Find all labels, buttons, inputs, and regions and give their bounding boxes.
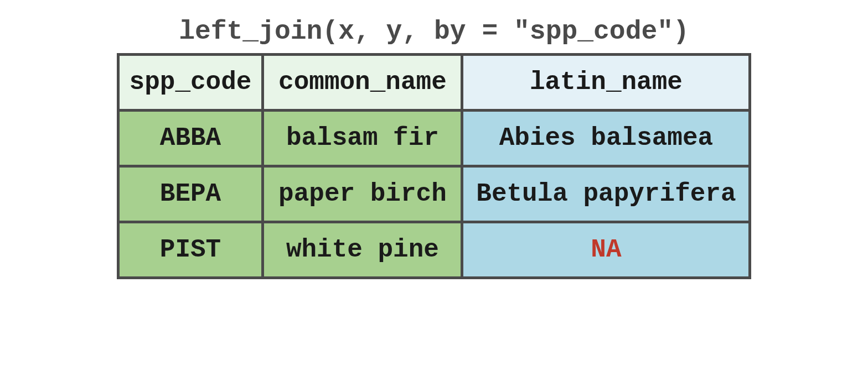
table-row: BEPA paper birch Betula papyrifera: [118, 166, 750, 222]
header-latin-name: latin_name: [462, 55, 750, 111]
header-common-name: common_name: [263, 55, 462, 111]
cell-spp-code: PIST: [118, 222, 263, 278]
table-header-row: spp_code common_name latin_name: [118, 55, 750, 111]
cell-latin-name: Abies balsamea: [462, 111, 750, 166]
header-spp-code: spp_code: [118, 55, 263, 111]
table-row: ABBA balsam fir Abies balsamea: [118, 111, 750, 166]
code-title: left_join(x, y, by = "spp_code"): [179, 17, 689, 46]
cell-latin-name-na: NA: [462, 222, 750, 278]
table-row: PIST white pine NA: [118, 222, 750, 278]
cell-common-name: white pine: [263, 222, 462, 278]
cell-latin-name: Betula papyrifera: [462, 166, 750, 222]
join-result-table: spp_code common_name latin_name ABBA bal…: [117, 53, 752, 279]
cell-spp-code: BEPA: [118, 166, 263, 222]
cell-common-name: balsam fir: [263, 111, 462, 166]
cell-spp-code: ABBA: [118, 111, 263, 166]
cell-common-name: paper birch: [263, 166, 462, 222]
na-value: NA: [591, 236, 621, 264]
